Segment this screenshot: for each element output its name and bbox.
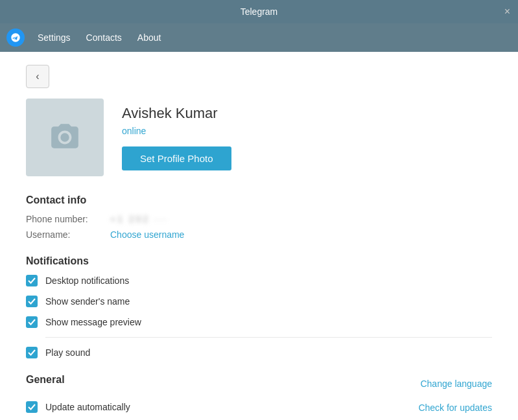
change-language-link[interactable]: Change language [420, 379, 492, 389]
menu-item-about[interactable]: About [130, 29, 169, 47]
general-section: General Change language Update automatic… [26, 374, 492, 420]
menu-bar: Settings Contacts About [0, 23, 518, 52]
show-sender-name-row: Show sender's name [26, 296, 492, 307]
profile-section: Avishek Kumar online Set Profile Photo [26, 99, 492, 176]
play-sound-label: Play sound [45, 347, 90, 358]
show-message-preview-label: Show message preview [45, 317, 141, 327]
phone-row: Phone number: +1 202 ··· [26, 214, 492, 224]
profile-name: Avishek Kumar [122, 105, 231, 122]
general-title: General [26, 374, 65, 386]
set-profile-photo-button[interactable]: Set Profile Photo [122, 146, 231, 170]
notifications-section: Notifications Desktop notifications Show… [26, 255, 492, 358]
menu-item-contacts[interactable]: Contacts [78, 29, 130, 47]
check-for-updates-link[interactable]: Check for updates [418, 402, 492, 413]
close-button[interactable]: × [504, 6, 510, 17]
content-area: ‹ Avishek Kumar online Set Profile Photo… [0, 52, 518, 420]
update-automatically-row: Update automatically [26, 401, 130, 413]
notifications-title: Notifications [26, 255, 492, 267]
show-sender-name-checkbox[interactable] [26, 296, 38, 307]
play-sound-row: Play sound [26, 347, 492, 358]
phone-label: Phone number: [26, 214, 110, 224]
update-automatically-checkbox[interactable] [26, 401, 38, 413]
back-button[interactable]: ‹ [26, 65, 49, 88]
update-auto-left: Update automatically Version 0.7.23 [26, 401, 130, 420]
menu-item-settings[interactable]: Settings [30, 29, 78, 47]
show-sender-name-label: Show sender's name [45, 296, 130, 307]
show-message-preview-checkbox[interactable] [26, 316, 38, 328]
contact-info-title: Contact info [26, 194, 492, 206]
update-automatically-label: Update automatically [45, 402, 130, 412]
notifications-separator [45, 337, 492, 338]
profile-info: Avishek Kumar online Set Profile Photo [122, 99, 231, 170]
desktop-notifications-checkbox[interactable] [26, 275, 38, 286]
telegram-logo-icon [6, 29, 25, 47]
camera-icon [49, 121, 81, 154]
general-header: General Change language [26, 374, 492, 393]
profile-status: online [122, 126, 231, 136]
app-title: Telegram [241, 6, 278, 17]
back-chevron-icon: ‹ [36, 71, 39, 82]
show-message-preview-row: Show message preview [26, 316, 492, 328]
desktop-notifications-row: Desktop notifications [26, 275, 492, 286]
title-bar: Telegram × [0, 0, 518, 23]
username-row: Username: Choose username [26, 229, 492, 240]
choose-username-link[interactable]: Choose username [110, 229, 184, 240]
desktop-notifications-label: Desktop notifications [45, 275, 129, 286]
phone-value: +1 202 ··· [110, 214, 168, 224]
contact-info-section: Contact info Phone number: +1 202 ··· Us… [26, 194, 492, 240]
play-sound-checkbox[interactable] [26, 347, 38, 358]
username-label: Username: [26, 229, 110, 240]
update-row-wrapper: Update automatically Version 0.7.23 Chec… [26, 401, 492, 420]
avatar-container [26, 99, 104, 176]
